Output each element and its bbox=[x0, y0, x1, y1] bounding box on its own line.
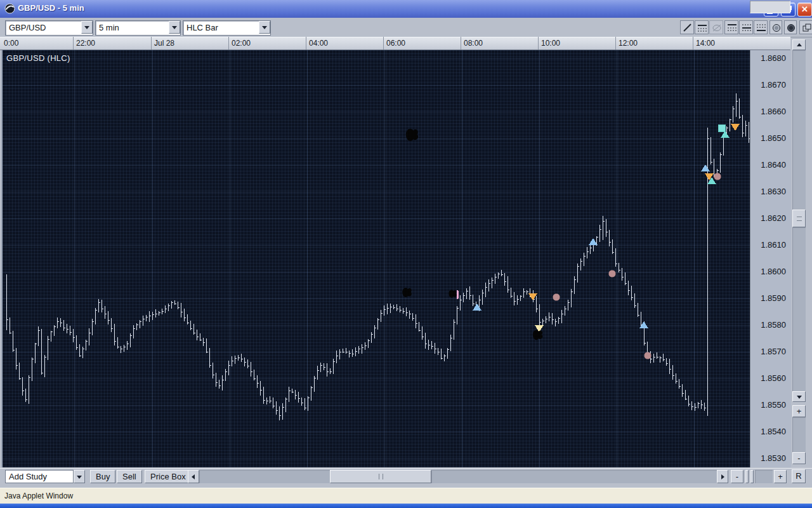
vscroll-track-lower[interactable] bbox=[792, 227, 806, 391]
price-axis-label: 1.8680 bbox=[761, 53, 786, 63]
bottom-toolbar: Add Study Buy Sell Price Box - + R bbox=[0, 468, 812, 485]
time-axis-label: 22:00 bbox=[76, 39, 95, 48]
triangle-down-marker bbox=[731, 124, 740, 131]
ellipse-disabled-icon bbox=[709, 20, 723, 34]
chevron-down-icon bbox=[84, 26, 89, 29]
vscroll-thumb[interactable] bbox=[792, 210, 806, 227]
price-axis-label: 1.8650 bbox=[761, 133, 786, 143]
grid-middle-icon[interactable] bbox=[739, 20, 753, 34]
status-bar: Java Applet Window bbox=[0, 488, 812, 504]
zoom-out-x-button[interactable]: - bbox=[731, 470, 743, 483]
price-axis-label: 1.8620 bbox=[761, 213, 786, 223]
price-axis-label: 1.8670 bbox=[761, 80, 786, 90]
study-lines-icon[interactable] bbox=[695, 20, 709, 34]
price-axis-label: 1.8640 bbox=[761, 160, 786, 170]
buy-button[interactable]: Buy bbox=[90, 470, 115, 483]
window-title: GBP/USD - 5 min bbox=[18, 3, 84, 13]
price-box-button[interactable]: Price Box bbox=[145, 470, 192, 483]
trendline-icon[interactable] bbox=[680, 20, 694, 34]
arrow-down-icon bbox=[797, 396, 802, 399]
application-window: GBP/USD - 5 min ✕ GBP/USD 5 min HLC Bar bbox=[0, 0, 812, 508]
time-axis-label: 0:00 bbox=[4, 39, 18, 48]
triangle-up-marker bbox=[473, 304, 481, 311]
symbol-combobox[interactable]: GBP/USD bbox=[5, 20, 93, 36]
time-axis[interactable]: 0:0022:00Jul 2802:0004:0006:0008:0010:00… bbox=[0, 37, 790, 50]
zoom-in-x-button[interactable]: + bbox=[774, 470, 787, 483]
interval-combobox[interactable]: 5 min bbox=[95, 20, 181, 36]
grid-bottom-icon[interactable] bbox=[754, 20, 768, 34]
hscroll-track-left[interactable] bbox=[199, 470, 330, 483]
price-axis[interactable]: 1.86801.86701.86601.86501.86401.86301.86… bbox=[750, 50, 791, 467]
time-axis-label: 12:00 bbox=[619, 39, 638, 48]
chevron-down-icon bbox=[77, 476, 82, 479]
divider-button[interactable] bbox=[745, 470, 749, 483]
grip-icon bbox=[797, 217, 802, 221]
price-axis-label: 1.8570 bbox=[761, 347, 786, 356]
divider-button[interactable] bbox=[750, 470, 754, 483]
splat-marker bbox=[533, 330, 542, 340]
chart-series-label: GBP/USD (HLC) bbox=[6, 53, 70, 63]
chevron-down-icon bbox=[172, 26, 177, 29]
time-axis-separator bbox=[615, 37, 616, 50]
scroll-left-button[interactable] bbox=[188, 470, 199, 483]
vscroll-track-upper[interactable] bbox=[792, 50, 806, 210]
time-axis-label: 14:00 bbox=[696, 39, 715, 48]
scroll-right-button[interactable] bbox=[717, 470, 728, 483]
symbol-dropdown-button[interactable] bbox=[81, 21, 93, 34]
circle-marker bbox=[609, 271, 616, 277]
chart-type-dropdown-button[interactable] bbox=[259, 21, 270, 34]
time-axis-label: 08:00 bbox=[464, 39, 483, 48]
vscroll-track-zoom[interactable] bbox=[792, 417, 806, 452]
price-axis-label: 1.8540 bbox=[761, 427, 786, 436]
chart-area[interactable]: GBP/USD (HLC) bbox=[1, 50, 750, 467]
grid-lines bbox=[3, 50, 750, 467]
vertical-scrollbar: + - bbox=[792, 38, 806, 467]
bottom-edge-strip bbox=[0, 504, 812, 508]
circle-marker bbox=[645, 352, 652, 359]
circle-dark-icon[interactable] bbox=[784, 20, 797, 34]
circle-marker bbox=[714, 173, 721, 180]
reset-button[interactable]: R bbox=[792, 469, 806, 483]
title-bar[interactable]: GBP/USD - 5 min ✕ bbox=[0, 0, 812, 18]
arrow-up-icon bbox=[797, 43, 802, 46]
time-axis-separator bbox=[151, 37, 152, 50]
add-study-combobox[interactable]: Add Study bbox=[5, 470, 74, 483]
square-marker bbox=[719, 125, 726, 132]
time-axis-separator bbox=[693, 37, 693, 50]
hlc-bars bbox=[6, 93, 750, 420]
signal-markers bbox=[402, 124, 740, 359]
hscroll-track-right[interactable] bbox=[431, 470, 717, 483]
zoom-in-y-button[interactable]: + bbox=[792, 405, 806, 417]
arrow-right-icon bbox=[721, 474, 724, 479]
grid-top-icon[interactable] bbox=[724, 20, 738, 34]
scroll-up-button[interactable] bbox=[792, 39, 806, 50]
price-axis-label: 1.8560 bbox=[761, 373, 786, 383]
scroll-down-button[interactable] bbox=[792, 391, 806, 402]
toolbar: GBP/USD 5 min HLC Bar bbox=[0, 18, 812, 37]
interval-dropdown-button[interactable] bbox=[169, 21, 180, 34]
price-axis-label: 1.8550 bbox=[761, 400, 786, 410]
time-axis-label: 06:00 bbox=[386, 39, 405, 48]
windows-icon[interactable] bbox=[799, 20, 812, 34]
add-study-dropdown-button[interactable] bbox=[74, 470, 85, 483]
price-axis-label: 1.8660 bbox=[761, 107, 786, 116]
status-text: Java Applet Window bbox=[4, 491, 73, 500]
sell-button[interactable]: Sell bbox=[117, 470, 142, 483]
price-axis-label: 1.8530 bbox=[761, 453, 786, 463]
zoom-out-y-button[interactable]: - bbox=[792, 452, 806, 464]
chart-type-combobox[interactable]: HLC Bar bbox=[183, 20, 271, 36]
time-axis-separator bbox=[228, 37, 229, 50]
chevron-down-icon bbox=[262, 26, 267, 29]
hscroll-zoom-track[interactable] bbox=[755, 470, 773, 483]
time-axis-separator bbox=[383, 37, 384, 50]
app-globe-icon bbox=[4, 3, 15, 14]
close-button[interactable]: ✕ bbox=[797, 3, 812, 17]
hscroll-thumb[interactable] bbox=[330, 470, 431, 483]
price-axis-label: 1.8610 bbox=[761, 240, 786, 250]
close-icon: ✕ bbox=[798, 4, 811, 14]
axis-corner-cell bbox=[750, 1, 790, 13]
pin-marker bbox=[457, 290, 459, 299]
splat-marker bbox=[449, 290, 457, 297]
symbol-value: GBP/USD bbox=[6, 21, 81, 35]
circle-light-icon[interactable] bbox=[769, 20, 782, 34]
